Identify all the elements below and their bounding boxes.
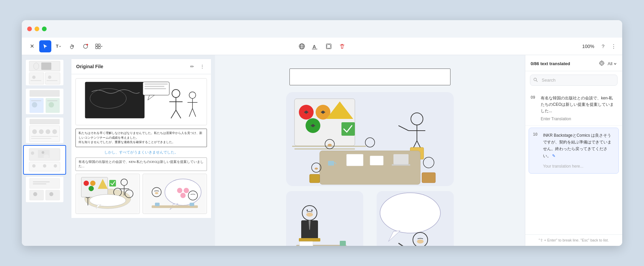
svg-point-37 [46, 129, 50, 134]
canvas-comic [276, 92, 464, 246]
translation-item-10-text: INKR BackstageとComics は良さそうですが、契約を結ぶ準備はで… [543, 132, 614, 160]
svg-point-136 [306, 213, 313, 217]
search-input[interactable] [530, 75, 618, 86]
text-box-1: 私たちはそれを早く理解しなければなりませんでした。私たちは居業中から人を見つけ、… [75, 129, 207, 147]
svg-rect-18 [29, 73, 44, 84]
more-options-icon[interactable]: ⋮ [198, 62, 206, 71]
select-tool-button[interactable] [39, 40, 51, 52]
translation-item-9-text: 有名な韓国の出版社との会談で、ken-私たちのCEOは新しい提案を提案していまし… [541, 95, 617, 115]
svg-point-146 [380, 193, 440, 233]
globe-icon[interactable] [297, 41, 307, 52]
zoom-selector[interactable]: 100% [580, 42, 597, 50]
help-button[interactable]: ? [600, 42, 606, 50]
text-box-1-content: 私たちはそれを早く理解しなければなりませんでした。私たちは居業中から人を見つけ、… [78, 131, 202, 144]
thumbnail-3-preview [26, 118, 63, 143]
right-panel-footer: "⇧ + Enter" to break line. "Esc" back to… [525, 234, 622, 246]
svg-point-155 [600, 61, 604, 65]
original-file-title: Original File [76, 64, 103, 69]
bottom-panel-right [143, 174, 207, 214]
svg-point-29 [49, 102, 54, 107]
hand-tool-button[interactable] [66, 40, 78, 52]
svg-point-101 [177, 188, 182, 193]
thumbnail-3[interactable] [23, 116, 66, 144]
right-panel-header: 0/86 text translated All [525, 55, 622, 71]
svg-point-28 [32, 102, 37, 107]
svg-point-44 [42, 151, 44, 154]
minimize-button[interactable] [35, 27, 39, 31]
svg-point-21 [48, 76, 51, 79]
svg-rect-4 [96, 47, 98, 49]
font-icon[interactable]: A [310, 41, 321, 52]
svg-text:A: A [313, 44, 316, 49]
main-area: Original File ✏ ⋮ [22, 55, 622, 246]
translation-input-placeholder[interactable]: Your translation here... [543, 162, 614, 169]
maximize-button[interactable] [42, 27, 47, 31]
comic-content: 私たちはそれを早く理解しなければなりませんでした。私たちは居業中から人を見つけ、… [71, 74, 211, 218]
more-button[interactable]: ⋮ [609, 42, 618, 51]
translation-count: 0/86 text translated [531, 61, 570, 66]
svg-point-55 [33, 192, 37, 196]
text-panel-content: 有名な韓国の出版社との会談で、KEN-私たちのCEOは新しい提案を提案していまし… [78, 160, 204, 168]
svg-point-38 [52, 129, 57, 134]
svg-rect-133 [422, 173, 435, 183]
toolbar: ✕ T [22, 38, 622, 55]
filter-button[interactable]: All [608, 61, 617, 66]
svg-point-84 [84, 180, 89, 186]
canvas-text-box[interactable] [289, 69, 450, 85]
svg-rect-17 [41, 62, 51, 70]
shape-tool-button[interactable] [79, 40, 92, 52]
search-icon [533, 78, 538, 83]
svg-point-137 [307, 210, 308, 211]
text-panel-box: 有名な韓国の出版社との会談で、KEN-私たちのCEOは新しい提案を提案していまし… [75, 158, 207, 171]
thumbnail-5[interactable] [23, 175, 66, 204]
svg-rect-63 [145, 84, 168, 85]
svg-rect-58 [33, 183, 46, 184]
thumbnail-2[interactable] [23, 87, 66, 116]
svg-point-85 [90, 180, 96, 186]
svg-point-122 [328, 144, 332, 146]
search-box [530, 75, 618, 86]
svg-point-20 [32, 76, 36, 79]
svg-point-86 [89, 186, 94, 191]
original-file-icons: ✏ ⋮ [188, 62, 206, 71]
svg-line-162 [536, 80, 538, 82]
resize-icon[interactable] [323, 41, 334, 52]
svg-point-103 [180, 193, 186, 198]
svg-point-130 [315, 168, 318, 170]
svg-point-102 [184, 188, 189, 193]
svg-rect-60 [85, 82, 144, 118]
edit-translation-link[interactable]: ✎ [552, 153, 555, 158]
close-button[interactable] [27, 27, 32, 31]
blue-center-text: しかし、すべてがうまくいきませんでした。 [75, 150, 207, 155]
edit-icon[interactable]: ✏ [188, 62, 196, 71]
translation-item-10[interactable]: 10 INKR BackstageとComics は良さそうですが、契約を結ぶ準… [529, 128, 619, 174]
svg-point-138 [311, 210, 313, 211]
thumbnail-1-preview [26, 60, 63, 85]
canvas-page [276, 62, 464, 246]
thumbnail-1[interactable] [23, 58, 66, 87]
svg-rect-100 [190, 203, 194, 206]
close-tool-button[interactable]: ✕ [26, 40, 38, 52]
translation-list: 09 有名な韓国の出版社との会談で、ken-私たちのCEOは新しい提案を提案して… [525, 89, 622, 234]
svg-rect-88 [109, 180, 116, 186]
target-icon[interactable] [598, 60, 606, 68]
bottom-panel-left [75, 174, 140, 214]
svg-point-96 [155, 192, 158, 194]
svg-rect-65 [145, 88, 166, 89]
svg-point-46 [31, 151, 34, 155]
svg-rect-128 [328, 161, 334, 166]
translation-item-9-header: 09 有名な韓国の出版社との会談で、ken-私たちのCEOは新しい提案を提案して… [531, 95, 617, 115]
translation-item-10-content: INKR BackstageとComics は良さそうですが、契約を結ぶ準備はで… [543, 132, 614, 170]
toolbar-right: 100% ? ⋮ [580, 42, 618, 51]
center-toolbar: A [297, 41, 347, 52]
svg-rect-33 [30, 119, 60, 124]
original-file-header: Original File ✏ ⋮ [71, 59, 211, 74]
grid-tool-button[interactable] [93, 40, 105, 52]
text-tool-button[interactable]: T [53, 40, 65, 52]
translation-item-9[interactable]: 09 有名な韓国の出版社との会談で、ken-私たちのCEOは新しい提案を提案して… [525, 91, 622, 126]
translation-item-9-action[interactable]: Enter Translation [531, 117, 617, 121]
delete-icon[interactable] [337, 41, 347, 52]
thumbnail-4[interactable] [23, 145, 66, 175]
svg-rect-112 [294, 148, 355, 149]
translation-item-9-num: 09 [531, 95, 537, 100]
